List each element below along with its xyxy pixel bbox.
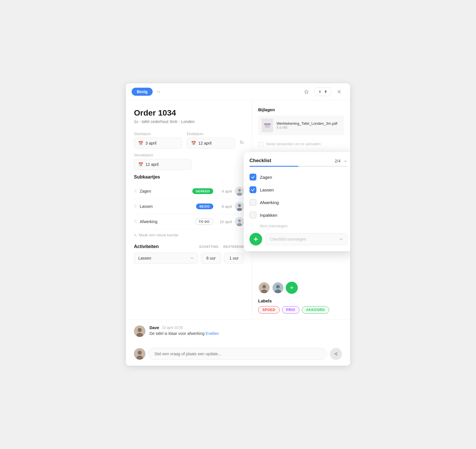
svg-point-8 (238, 204, 241, 207)
add-item-placeholder[interactable]: Item toevoegen (249, 221, 347, 229)
activiteiten-section: Activiteiten SCHATTING RESTEREND Lassen … (134, 244, 244, 264)
checklist-arrow[interactable]: → (343, 158, 347, 163)
labels-section: Labels SPOED PRIO AKKOORD (258, 298, 344, 314)
svg-point-20 (275, 289, 281, 293)
new-card-label[interactable]: Maak een nieuw kaartje (139, 233, 178, 237)
startdatum-label: Startdatum (134, 132, 182, 136)
send-button[interactable] (330, 348, 342, 360)
refresh-icon[interactable]: ↻ (240, 139, 244, 149)
avatar (272, 282, 284, 294)
close-button[interactable] (334, 88, 344, 96)
subcard-name[interactable]: Lassen (140, 204, 193, 209)
right-panel: Bijlagen Werktekening_Tafel_Londen_3m.pd… (252, 100, 350, 319)
checklist-add-row: Checklist toevoegen (249, 233, 347, 245)
status-badge-gereed[interactable]: GEREED (192, 188, 213, 194)
checklist-dropdown[interactable]: Checklist toevoegen (266, 233, 347, 245)
checkbox-checked[interactable] (249, 186, 256, 193)
est-rest-labels: SCHATTING RESTEREND (199, 245, 244, 248)
vervaldatum-field: Vervaldatum 📅 12 april (134, 153, 191, 170)
activity-name: Lassen (138, 256, 151, 260)
einddatum-input[interactable]: 📅 12 april (187, 138, 235, 149)
date-row-1: Startdatum 📅 3 april Einddatum 📅 12 apri… (134, 132, 244, 149)
card-header: Bezig → (126, 83, 350, 100)
einddatum-label: Einddatum (187, 132, 235, 136)
label-prio[interactable]: PRIO (282, 306, 300, 314)
startdatum-field: Startdatum 📅 3 april (134, 132, 182, 149)
label-spoed[interactable]: SPOED (258, 306, 280, 314)
startdatum-value: 3 april (145, 141, 156, 145)
attachment-size: 8.8 MB (277, 126, 341, 130)
checklist-overlay: Checklist 2/4 → Zagen (244, 152, 350, 251)
checklist-item-label: Inpakken (260, 213, 277, 218)
subcard-date: 4 april (216, 189, 232, 193)
resterend-input[interactable]: 1 uur (224, 253, 244, 264)
comment-item: Dave 10 april 10:59 De tafel is klaar vo… (134, 325, 342, 337)
comment-avatar (134, 325, 145, 337)
navigate-arrow[interactable]: → (156, 89, 161, 95)
list-item: Lassen (249, 183, 347, 196)
star-button[interactable] (301, 88, 312, 96)
upload-drop-area[interactable]: ⬚ Sleep bestanden om te uploaden (258, 138, 344, 149)
comment-text-before: De tafel is klaar voor afwerking (149, 331, 206, 336)
subcard-name[interactable]: Zagen (140, 189, 189, 193)
upload-icon: ⬚ (258, 140, 264, 147)
calendar-icon-2: 📅 (191, 141, 196, 145)
svg-point-17 (261, 289, 267, 293)
calendar-icon: 📅 (138, 141, 143, 145)
svg-point-11 (238, 219, 241, 222)
checklist-dropdown-placeholder: Checklist toevoegen (270, 237, 306, 241)
status-badge-bezig[interactable]: BEZIG (196, 204, 213, 209)
svg-point-19 (276, 285, 280, 289)
checkbox-unchecked[interactable] (249, 199, 256, 206)
comment-mention[interactable]: Evelien (206, 331, 219, 336)
avatar (235, 202, 244, 211)
status-badge[interactable]: Bezig (132, 88, 153, 96)
card-body: Order 1034 1x - tafel cederhout 3mtr - L… (126, 100, 350, 319)
subkaartjes-title: Subkaartjes (134, 174, 244, 180)
checklist-item-label: Lassen (260, 187, 274, 192)
vervaldatum-input[interactable]: 📅 12 april (134, 159, 191, 170)
checklist-item-label: Zagen (260, 175, 272, 180)
lightning-button[interactable] (314, 87, 331, 96)
drag-handle[interactable]: ⠿ (134, 219, 137, 224)
labels-title: Labels (258, 298, 344, 303)
status-badge-todo[interactable]: TO DO (195, 218, 213, 225)
add-checklist-button[interactable] (249, 233, 262, 245)
attachment-info: Werktekening_Tafel_Londen_3m.pdf 8.8 MB (277, 121, 341, 130)
checklist-item-label: Afwerking (260, 200, 279, 205)
einddatum-value: 12 april (198, 141, 212, 145)
attachment-item[interactable]: Werktekening_Tafel_Londen_3m.pdf 8.8 MB (258, 116, 344, 135)
subcard-name[interactable]: Afwerking (140, 219, 192, 224)
comment-input[interactable] (148, 348, 327, 360)
calendar-icon-3: 📅 (138, 162, 143, 167)
checklist-progress-bar (249, 166, 347, 167)
vervaldatum-label: Vervaldatum (134, 153, 191, 157)
order-title: Order 1034 (134, 108, 244, 118)
header-right (301, 87, 344, 96)
add-member-button[interactable]: + (286, 282, 298, 294)
activiteiten-title: Activiteiten (134, 244, 159, 249)
einddatum-field: Einddatum 📅 12 april (187, 132, 235, 149)
checklist-items: Zagen Lassen Afwerking (249, 171, 347, 229)
list-item: Inpakken (249, 209, 347, 221)
checklist-title: Checklist (249, 158, 271, 164)
comment-meta: Dave 10 april 10:59 (149, 325, 219, 330)
checklist-progress-value: 2/4 (335, 158, 341, 163)
checklist-header: Checklist 2/4 → (249, 158, 347, 164)
subkaartjes-section: Subkaartjes ⠿ Zagen GEREED 4 april ⠿ Las… (134, 174, 244, 237)
checkbox-unchecked[interactable] (249, 212, 256, 218)
startdatum-input[interactable]: 📅 3 april (134, 138, 182, 149)
header-left: Bezig → (132, 88, 161, 96)
drag-handle[interactable]: ⠿ (134, 189, 137, 193)
avatar (235, 217, 244, 226)
svg-point-25 (138, 351, 142, 355)
avatar (258, 282, 270, 294)
activity-select[interactable]: Lassen (134, 253, 198, 264)
schatting-input[interactable]: 6 uur (201, 253, 221, 264)
pdf-icon (262, 118, 273, 132)
checkbox-checked[interactable] (249, 174, 256, 181)
drag-handle[interactable]: ⠿ (134, 204, 137, 209)
label-akkoord[interactable]: AKKOORD (302, 306, 329, 314)
new-card-link[interactable]: ↳ Maak een nieuw kaartje (134, 233, 244, 237)
svg-point-16 (262, 285, 266, 289)
